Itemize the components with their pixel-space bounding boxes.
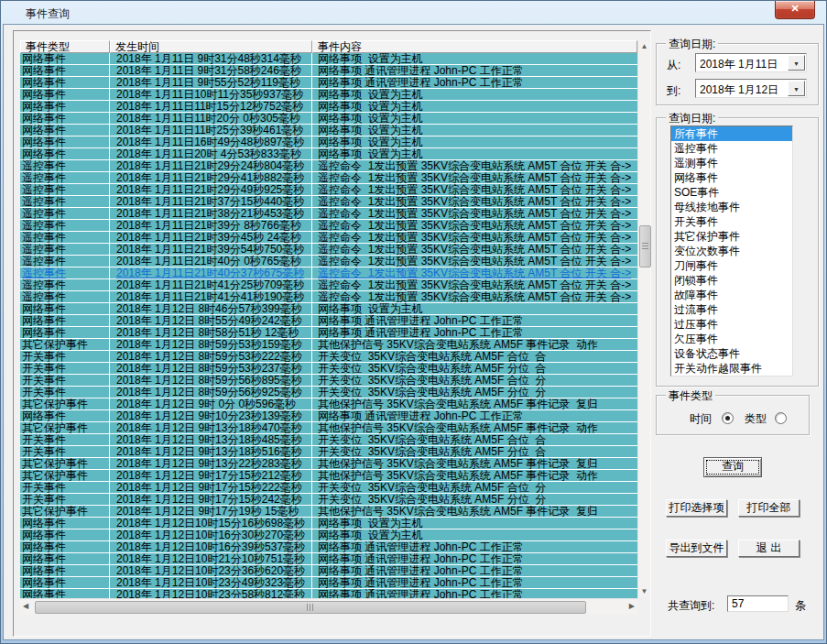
column-header-occur-time[interactable]: 发生时间 xyxy=(110,40,312,53)
table-cell: 开关事件 xyxy=(20,494,110,506)
table-row[interactable]: 网络事件2018年 1月12日10时15分16秒698毫秒网络事项 设置为主机 xyxy=(20,518,637,529)
table-row[interactable]: 网络事件2018年 1月11日20时 4分53秒833毫秒网络事项 设置为主机 xyxy=(20,148,637,160)
filter-list-item[interactable]: 变位次数事件 xyxy=(671,244,792,258)
table-row[interactable]: 开关事件2018年 1月12日 9时17分15秒242毫秒开关变位 35KV综合… xyxy=(20,494,637,506)
table-row[interactable]: 网络事件2018年 1月11日11时25分39秒461毫秒网络事项 设置为主机 xyxy=(20,125,637,136)
table-row[interactable]: 其它保护事件2018年 1月12日 9时17分15秒212毫秒其他保护信号 35… xyxy=(20,470,637,482)
table-row[interactable]: 网络事件2018年 1月11日16时49分48秒897毫秒网络事项 设置为主机 xyxy=(20,136,637,148)
filter-list-item[interactable]: 其它保护事件 xyxy=(671,229,792,244)
table-row[interactable]: 开关事件2018年 1月12日 8时59分53秒222毫秒开关变位 35KV综合… xyxy=(20,351,637,363)
table-row[interactable]: 遥控事件2018年 1月11日21时41分41秒190毫秒遥控命令 1发出预置 … xyxy=(20,291,637,303)
table-row[interactable]: 网络事件2018年 1月12日10时23分36秒620毫秒网络事项 通讯管理进程… xyxy=(20,565,637,577)
table-row[interactable]: 开关事件2018年 1月12日 8时59分56秒925毫秒开关变位 35KV综合… xyxy=(20,387,637,398)
filter-list-item[interactable]: SOE事件 xyxy=(671,185,792,200)
table-row[interactable]: 遥控事件2018年 1月11日21时40分 0秒765毫秒遥控命令 1发出预置 … xyxy=(20,256,637,267)
table-cell: 开关变位 35KV综合变电站系统 AM5F 分位 合 xyxy=(312,446,637,458)
event-filter-list[interactable]: 所有事件遥控事件遥测事件网络事件SOE事件母线接地事件开关事件其它保护事件变位次… xyxy=(670,126,793,377)
table-row[interactable]: 网络事件2018年 1月11日11时20分 0秒305毫秒网络事项 设置为主机 xyxy=(20,113,637,125)
radio-type-label: 类型 xyxy=(745,411,767,427)
close-button[interactable]: ✕ xyxy=(775,1,815,19)
table-row[interactable]: 开关事件2018年 1月12日 8时59分56秒895毫秒开关变位 35KV综合… xyxy=(20,375,637,387)
table-vertical-scrollbar[interactable]: ▲ ▼ xyxy=(637,40,650,598)
table-cell: 网络事件 xyxy=(20,518,110,529)
table-row[interactable]: 网络事件2018年 1月12日 8时46分57秒399毫秒网络事项 设置为主机 xyxy=(20,303,637,315)
table-row[interactable]: 遥控事件2018年 1月11日21时41分25秒709毫秒遥控命令 1发出预置 … xyxy=(20,279,637,291)
table-row[interactable]: 遥控事件2018年 1月11日21时29分41秒882毫秒遥控命令 1发出预置 … xyxy=(20,172,637,184)
vertical-scroll-thumb[interactable] xyxy=(639,225,651,267)
table-cell: 其它保护事件 xyxy=(20,506,110,518)
table-row[interactable]: 其它保护事件2018年 1月12日 9时13分22秒283毫秒其他保护信号 35… xyxy=(20,458,637,470)
filter-list-item[interactable]: 网络事件 xyxy=(671,170,792,185)
column-header-event-content[interactable]: 事件内容 xyxy=(312,40,637,53)
horizontal-scroll-thumb[interactable] xyxy=(35,601,586,614)
table-row[interactable]: 遥控事件2018年 1月11日21时39分 8秒766毫秒遥控命令 1发出预置 … xyxy=(20,220,637,232)
table-cell: 2018年 1月12日 8时46分57秒399毫秒 xyxy=(110,303,312,315)
table-row[interactable]: 网络事件2018年 1月12日 8时55分49秒242毫秒网络事项 通讯管理进程… xyxy=(20,315,637,327)
to-date-combobox[interactable]: 2018年 1月12日 ▼ xyxy=(695,79,807,98)
column-header-event-type[interactable]: 事件类型 xyxy=(20,40,110,53)
filter-list-item[interactable]: 遥控事件 xyxy=(671,141,792,156)
table-row[interactable]: 遥控事件2018年 1月11日21时29分24秒804毫秒遥控命令 1发出预置 … xyxy=(20,160,637,172)
filter-list-item[interactable]: 所有事件 xyxy=(671,126,792,141)
from-date-combobox[interactable]: 2018年 1月11日 ▼ xyxy=(695,53,807,72)
total-count-field[interactable]: 57 xyxy=(727,595,789,612)
filter-list-item[interactable]: 遥测事件 xyxy=(671,156,792,170)
table-row[interactable]: 遥控事件2018年 1月11日21时39分54秒750毫秒遥控命令 1发出预置 … xyxy=(20,244,637,256)
table-row[interactable]: 开关事件2018年 1月12日 8时59分53秒237毫秒开关变位 35KV综合… xyxy=(20,363,637,375)
table-row[interactable]: 网络事件2018年 1月12日10时21分10秒751毫秒网络事项 通讯管理进程… xyxy=(20,553,637,565)
table-row[interactable]: 网络事件2018年 1月11日10时11分35秒937毫秒网络事项 设置为主机 xyxy=(20,89,637,101)
filter-list-item[interactable]: 过流事件 xyxy=(671,302,792,317)
table-row[interactable]: 网络事件2018年 1月11日 9时31分58秒246毫秒网络事项 通讯管理进程… xyxy=(20,65,637,77)
table-cell: 网络事件 xyxy=(20,589,110,598)
print-all-button[interactable]: 打印全部 xyxy=(738,499,800,517)
scroll-up-icon[interactable]: ▲ xyxy=(638,43,650,50)
table-row[interactable]: 遥控事件2018年 1月11日21时37分15秒440毫秒遥控命令 1发出预置 … xyxy=(20,196,637,208)
table-row[interactable]: 开关事件2018年 1月12日 9时13分18秒485毫秒开关变位 35KV综合… xyxy=(20,434,637,446)
table-row[interactable]: 遥控事件2018年 1月11日21时40分37秒675毫秒遥控命令 1发出预置 … xyxy=(20,267,637,279)
filter-list-item[interactable]: 欠压事件 xyxy=(671,332,792,346)
table-row[interactable]: 遥控事件2018年 1月11日21时38分21秒453毫秒遥控命令 1发出预置 … xyxy=(20,208,637,220)
table-row[interactable]: 网络事件2018年 1月12日10时16分30秒270毫秒网络事项 设置为主机 xyxy=(20,529,637,541)
chevron-down-icon[interactable]: ▼ xyxy=(788,55,805,71)
filter-list-item[interactable]: 刀闸事件 xyxy=(671,258,792,273)
table-horizontal-scrollbar[interactable]: ◀ ▶ xyxy=(20,598,637,615)
table-cell: 2018年 1月12日10时21分10秒751毫秒 xyxy=(110,553,312,565)
table-row[interactable]: 其它保护事件2018年 1月12日 8时59分53秒159毫秒其他保护信号 35… xyxy=(20,339,637,351)
table-row[interactable]: 遥控事件2018年 1月11日21时39分45秒 24毫秒遥控命令 1发出预置 … xyxy=(20,232,637,244)
table-row[interactable]: 网络事件2018年 1月12日 9时10分23秒139毫秒网络事项 通讯管理进程… xyxy=(20,410,637,422)
print-selected-button[interactable]: 打印选择项 xyxy=(666,499,727,517)
filter-list-item[interactable]: 闭锁事件 xyxy=(671,273,792,288)
query-button[interactable]: 查询 xyxy=(703,457,762,477)
table-row[interactable]: 网络事件2018年 1月12日10时16分39秒537毫秒网络事项 通讯管理进程… xyxy=(20,541,637,553)
filter-list-item[interactable]: 故障事件 xyxy=(671,288,792,302)
table-cell: 遥控命令 1发出预置 35KV综合变电站系统 AM5T 合位 开关 合-> xyxy=(312,256,637,267)
radio-time[interactable] xyxy=(722,412,734,424)
table-row[interactable]: 其它保护事件2018年 1月12日 9时13分18秒470毫秒其他保护信号 35… xyxy=(20,422,637,434)
table-row[interactable]: 网络事件2018年 1月12日 8时58分51秒 12毫秒网络事项 通讯管理进程… xyxy=(20,327,637,339)
table-row[interactable]: 遥控事件2018年 1月11日21时29分49秒925毫秒遥控命令 1发出预置 … xyxy=(20,184,637,196)
table-cell: 网络事项 通讯管理进程 John-PC 工作正常 xyxy=(312,410,637,422)
exit-button[interactable]: 退 出 xyxy=(738,540,800,557)
table-row[interactable]: 网络事件2018年 1月12日10时23分58秒812毫秒网络事项 通讯管理进程… xyxy=(20,589,637,598)
table-row[interactable]: 网络事件2018年 1月11日 9时55分52秒119毫秒网络事项 通讯管理进程… xyxy=(20,77,637,89)
table-row[interactable]: 网络事件2018年 1月12日10时23分49秒323毫秒网络事项 通讯管理进程… xyxy=(20,577,637,589)
table-row[interactable]: 开关事件2018年 1月12日 9时17分15秒222毫秒开关变位 35KV综合… xyxy=(20,482,637,494)
scroll-down-icon[interactable]: ▼ xyxy=(638,588,650,595)
filter-list-item[interactable]: 开关事件 xyxy=(671,214,792,229)
filter-list-item[interactable]: 开关动作越限事件 xyxy=(671,361,792,376)
chevron-down-icon[interactable]: ▼ xyxy=(788,81,805,96)
table-row[interactable]: 网络事件2018年 1月11日 9时31分48秒314毫秒网络事项 设置为主机 xyxy=(20,53,637,65)
filter-list-item[interactable]: 过压事件 xyxy=(671,317,792,332)
radio-type[interactable] xyxy=(775,412,787,424)
filter-list-item[interactable]: 设备状态事件 xyxy=(671,346,792,361)
scroll-right-icon[interactable]: ▶ xyxy=(629,603,635,610)
table-row[interactable]: 其它保护事件2018年 1月12日 9时17分19秒 15毫秒其他保护信号 35… xyxy=(20,506,637,518)
export-to-file-button[interactable]: 导出到文件 xyxy=(666,540,727,557)
table-row[interactable]: 开关事件2018年 1月12日 9时13分18秒516毫秒开关变位 35KV综合… xyxy=(20,446,637,458)
table-row[interactable]: 其它保护事件2018年 1月12日 9时 0分 0秒596毫秒其他保护信号 35… xyxy=(20,398,637,410)
table-row[interactable]: 网络事件2018年 1月11日11时15分12秒752毫秒网络事项 设置为主机 xyxy=(20,101,637,113)
scroll-left-icon[interactable]: ◀ xyxy=(23,603,28,610)
filter-list-item[interactable]: 母线接地事件 xyxy=(671,200,792,214)
table-cell: 网络事项 通讯管理进程 John-PC 工作正常 xyxy=(312,553,637,565)
table-cell: 2018年 1月12日 9时10分23秒139毫秒 xyxy=(110,410,312,422)
